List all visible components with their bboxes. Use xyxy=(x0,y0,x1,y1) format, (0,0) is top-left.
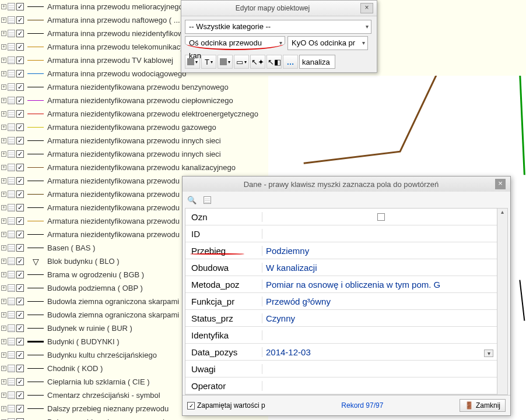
checkbox[interactable]: ✓ xyxy=(16,405,24,412)
grid-icon[interactable] xyxy=(8,57,15,64)
expand-icon[interactable]: + xyxy=(1,58,6,63)
grid-icon[interactable] xyxy=(8,3,15,10)
field-value[interactable]: Przewód g³ówny xyxy=(262,297,507,306)
expand-icon[interactable]: + xyxy=(1,272,6,277)
grid-icon[interactable] xyxy=(8,405,15,412)
checkbox[interactable]: ✓ xyxy=(16,298,24,305)
grid-icon[interactable] xyxy=(8,204,15,211)
grid-icon[interactable] xyxy=(8,123,15,131)
checkbox[interactable]: ✓ xyxy=(16,324,24,332)
expand-icon[interactable]: + xyxy=(1,125,6,130)
data-row[interactable]: Status_prz Czynny xyxy=(185,310,507,327)
checkbox[interactable]: ✓ xyxy=(16,311,24,319)
search-icon[interactable]: 🔍 xyxy=(186,194,198,206)
grid-icon[interactable] xyxy=(8,43,15,51)
checkbox[interactable]: ✓ xyxy=(16,378,24,386)
grid-icon[interactable] xyxy=(8,244,15,252)
editor-title-bar[interactable]: Edytor mapy obiektowej × xyxy=(181,1,377,16)
data-row[interactable]: Identyfika xyxy=(185,327,507,344)
object-subtype-combo[interactable]: KyO Oś odcinka pr xyxy=(287,36,368,50)
grid-icon[interactable] xyxy=(8,284,15,292)
expand-icon[interactable]: + xyxy=(1,192,6,197)
grid-icon[interactable] xyxy=(8,257,15,265)
data-row[interactable]: Metoda_poz Pomiar na osnowę i obliczenia… xyxy=(185,276,507,293)
checkbox[interactable]: ✓ xyxy=(16,70,24,77)
checkbox[interactable]: ✓ xyxy=(16,57,24,64)
expand-icon[interactable]: + xyxy=(1,352,6,358)
grid-icon[interactable] xyxy=(8,83,15,91)
tree-item[interactable]: + ✓ Armatura niezidentyfikowana przewodu… xyxy=(0,94,268,107)
expand-icon[interactable]: + xyxy=(1,98,6,103)
grid-icon[interactable] xyxy=(8,351,15,359)
grid-icon[interactable] xyxy=(201,194,213,206)
checkbox[interactable]: ✓ xyxy=(16,284,24,292)
checkbox[interactable]: ✓ xyxy=(16,110,24,118)
grid-icon[interactable] xyxy=(8,217,15,225)
data-row[interactable]: Obudowa W kanalizacji xyxy=(185,259,507,276)
expand-icon[interactable]: + xyxy=(1,138,6,143)
checkbox[interactable]: ✓ xyxy=(16,217,24,225)
checkbox[interactable]: ✓ xyxy=(16,271,24,278)
checkbox[interactable]: ✓ xyxy=(16,83,24,91)
field-value[interactable]: 2014-12-03 xyxy=(262,347,507,357)
close-button[interactable]: 🚪 Zamknij xyxy=(460,399,506,412)
expand-icon[interactable]: + xyxy=(1,339,6,344)
tree-item[interactable]: + ✓ Armatura niezidentyfikowana przewodu… xyxy=(0,80,268,94)
tree-item[interactable]: + ✓ Armatura niezidentyfikowana przewodu… xyxy=(0,107,268,121)
checkbox[interactable]: ✓ xyxy=(16,137,24,144)
expand-icon[interactable]: + xyxy=(1,285,6,291)
field-value[interactable] xyxy=(262,213,507,221)
data-row[interactable]: Operator xyxy=(185,377,507,394)
scrollbar[interactable] xyxy=(497,209,507,394)
checkbox[interactable]: ✓ xyxy=(16,351,24,359)
remember-checkbox[interactable]: ✓ Zapamiętaj wartości p xyxy=(187,401,265,410)
expand-icon[interactable]: + xyxy=(1,406,6,411)
checkbox[interactable]: ✓ xyxy=(16,204,24,211)
grid-icon[interactable] xyxy=(8,177,15,185)
grid-icon[interactable] xyxy=(8,311,15,319)
checkbox[interactable]: ✓ xyxy=(16,97,24,104)
grid-icon[interactable] xyxy=(8,70,15,77)
checkbox[interactable]: ✓ xyxy=(16,257,24,265)
expand-icon[interactable]: + xyxy=(1,379,6,384)
more-btn[interactable]: … xyxy=(283,55,298,69)
checkbox[interactable]: ✓ xyxy=(16,30,24,37)
tree-item[interactable]: + ✓ Armatura niezidentyfikowana przewodu… xyxy=(0,147,268,161)
expand-icon[interactable]: + xyxy=(1,31,6,36)
checkbox[interactable]: ✓ xyxy=(16,338,24,345)
expand-icon[interactable]: + xyxy=(1,44,6,50)
checkbox[interactable]: ✓ xyxy=(16,43,24,51)
checkbox[interactable]: ✓ xyxy=(16,150,24,158)
category-combo[interactable]: -- Wszystkie kategorie -- xyxy=(185,20,371,34)
grid-icon[interactable] xyxy=(8,16,15,24)
expand-icon[interactable]: + xyxy=(1,205,6,210)
expand-icon[interactable]: + xyxy=(1,17,6,23)
tree-item[interactable]: + ✓ Dalszy przebieg nieznany przewodu xyxy=(0,415,268,420)
grid-icon[interactable] xyxy=(8,338,15,345)
checkbox[interactable] xyxy=(377,213,385,221)
checkbox[interactable]: ✓ xyxy=(16,16,24,24)
checkbox[interactable]: ✓ xyxy=(16,123,24,131)
expand-icon[interactable]: + xyxy=(1,4,6,9)
expand-icon[interactable]: + xyxy=(1,84,6,90)
pick-tool-btn[interactable]: ↖◧ xyxy=(266,55,282,69)
close-icon[interactable]: × xyxy=(360,3,373,13)
data-title-bar[interactable]: Dane - prawy klawisz myszki zaznacza pol… xyxy=(183,177,510,192)
checkbox[interactable]: ✓ xyxy=(16,365,24,372)
close-icon[interactable]: × xyxy=(495,179,506,189)
checkbox[interactable]: ✓ xyxy=(16,164,24,171)
data-row[interactable]: Uwagi xyxy=(185,361,507,377)
field-value[interactable]: W kanalizacji xyxy=(262,263,507,273)
checkbox[interactable]: ✓ xyxy=(16,3,24,10)
grid-icon[interactable] xyxy=(8,324,15,332)
checkbox[interactable]: ✓ xyxy=(16,177,24,185)
expand-icon[interactable]: + xyxy=(1,151,6,157)
tree-item[interactable]: + ✓ Armatura niezidentyfikowana przewodu… xyxy=(0,121,268,134)
checkbox[interactable]: ✓ xyxy=(16,391,24,399)
data-row[interactable]: Przebieg Podziemny xyxy=(185,242,507,259)
field-value[interactable]: Pomiar na osnowę i obliczenia w tym pom.… xyxy=(262,280,507,290)
expand-icon[interactable]: + xyxy=(1,71,6,76)
grid-icon[interactable] xyxy=(8,164,15,171)
expand-icon[interactable]: + xyxy=(1,393,6,398)
field-value[interactable]: Czynny xyxy=(262,313,507,323)
